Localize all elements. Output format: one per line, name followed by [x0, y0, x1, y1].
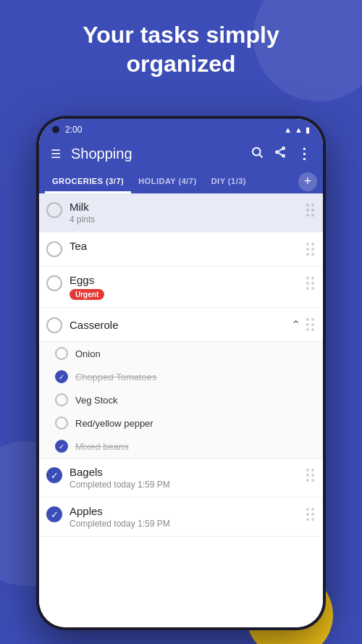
- task-checkbox-tea[interactable]: [46, 241, 62, 257]
- sub-item-pepper: Red/yellow pepper: [39, 411, 323, 435]
- svg-point-4: [282, 154, 285, 156]
- sub-checkbox-beans[interactable]: ✓: [55, 440, 68, 453]
- task-subtitle-apples: Completed today 1:59 PM: [70, 519, 300, 529]
- task-checkbox-casserole[interactable]: [46, 317, 62, 333]
- hamburger-menu-icon[interactable]: ☰: [49, 146, 62, 162]
- tab-holiday[interactable]: HOLIDAY (4/7): [131, 170, 203, 193]
- app-bar-title: Shopping: [71, 146, 240, 162]
- drag-handle-apples[interactable]: [300, 505, 317, 524]
- task-content-bagels: Bagels Completed today 1:59 PM: [70, 466, 300, 490]
- app-bar-actions: ⋮: [249, 143, 313, 164]
- sub-item-onion: Onion: [39, 342, 323, 365]
- svg-line-6: [278, 152, 282, 155]
- signal-icon: ▲: [284, 125, 292, 134]
- status-bar: 2:00 ▲ ▲ ▮: [39, 119, 323, 138]
- task-checkbox-milk[interactable]: [46, 202, 62, 218]
- sub-checkbox-vegstock[interactable]: [55, 393, 68, 406]
- expand-casserole-icon[interactable]: ⌃: [291, 318, 300, 332]
- task-subtitle-milk: 4 pints: [70, 214, 300, 225]
- search-icon[interactable]: [249, 144, 265, 164]
- task-title-tea: Tea: [70, 240, 300, 252]
- task-item-apples: ✓ Apples Completed today 1:59 PM: [39, 498, 323, 537]
- task-content-tea: Tea: [70, 240, 300, 252]
- svg-point-3: [276, 151, 278, 153]
- task-content-apples: Apples Completed today 1:59 PM: [70, 505, 300, 529]
- header-tagline: Your tasks simply organized: [0, 20, 362, 78]
- task-list-content: Milk 4 pints Tea: [39, 193, 323, 627]
- tab-diy[interactable]: DIY (1/3): [204, 170, 253, 193]
- drag-handle-casserole[interactable]: [300, 315, 317, 334]
- phone-frame: 2:00 ▲ ▲ ▮ ☰ Shopping: [36, 116, 326, 630]
- sub-item-vegstock: Veg Stock: [39, 388, 323, 411]
- sub-item-beans: ✓ Mixed beans: [39, 435, 323, 458]
- casserole-sub-items: Onion ✓ Chopped Tomatoes Veg Stock Red/y…: [39, 342, 323, 459]
- more-options-icon[interactable]: ⋮: [295, 143, 313, 164]
- tab-groceries[interactable]: GROCERIES (3/7): [45, 170, 131, 193]
- task-item-casserole: Casserole ⌃: [39, 308, 323, 342]
- svg-line-5: [278, 149, 282, 151]
- task-content-casserole: Casserole: [70, 319, 291, 331]
- task-subtitle-bagels: Completed today 1:59 PM: [70, 480, 300, 490]
- task-content-milk: Milk 4 pints: [70, 201, 300, 225]
- task-item-tea: Tea: [39, 233, 323, 267]
- task-title-apples: Apples: [70, 505, 300, 517]
- sub-item-tomatoes: ✓ Chopped Tomatoes: [39, 365, 323, 388]
- add-list-button[interactable]: +: [298, 172, 317, 191]
- wifi-icon: ▲: [295, 125, 303, 134]
- sub-item-label-beans: Mixed beans: [75, 441, 129, 452]
- drag-handle-eggs[interactable]: [300, 274, 317, 293]
- sub-item-label-vegstock: Veg Stock: [75, 395, 118, 406]
- svg-line-1: [259, 154, 262, 157]
- sub-checkbox-tomatoes[interactable]: ✓: [55, 370, 68, 383]
- svg-point-0: [253, 148, 261, 156]
- status-time: 2:00: [65, 125, 82, 135]
- status-bar-left: 2:00: [52, 125, 82, 135]
- task-item-bagels: ✓ Bagels Completed today 1:59 PM: [39, 459, 323, 498]
- camera-dot: [52, 126, 59, 133]
- task-title-milk: Milk: [70, 201, 300, 213]
- drag-handle-tea[interactable]: [300, 240, 317, 259]
- task-tag-urgent: Urgent: [70, 289, 104, 300]
- task-item-milk: Milk 4 pints: [39, 193, 323, 233]
- sub-checkbox-onion[interactable]: [55, 347, 68, 360]
- tabs-bar: GROCERIES (3/7) HOLIDAY (4/7) DIY (1/3) …: [39, 170, 323, 193]
- task-content-eggs: Eggs Urgent: [70, 274, 300, 300]
- task-checkbox-bagels[interactable]: ✓: [46, 467, 62, 483]
- task-item-eggs: Eggs Urgent: [39, 267, 323, 308]
- battery-icon: ▮: [306, 125, 310, 135]
- app-bar: ☰ Shopping ⋮: [39, 138, 323, 170]
- phone-screen: 2:00 ▲ ▲ ▮ ☰ Shopping: [39, 119, 323, 627]
- sub-item-label-onion: Onion: [75, 348, 101, 359]
- task-checkbox-apples[interactable]: ✓: [46, 506, 62, 522]
- share-icon[interactable]: [272, 144, 288, 164]
- task-title-bagels: Bagels: [70, 466, 300, 478]
- status-icons: ▲ ▲ ▮: [284, 125, 310, 135]
- drag-handle-milk[interactable]: [300, 201, 317, 219]
- sub-item-label-pepper: Red/yellow pepper: [75, 418, 153, 429]
- sub-checkbox-pepper[interactable]: [55, 417, 68, 430]
- task-title-eggs: Eggs: [70, 274, 300, 286]
- task-title-casserole: Casserole: [70, 319, 291, 331]
- task-checkbox-eggs[interactable]: [46, 275, 62, 291]
- svg-point-2: [282, 147, 285, 149]
- sub-item-label-tomatoes: Chopped Tomatoes: [75, 372, 157, 382]
- drag-handle-bagels[interactable]: [300, 466, 317, 485]
